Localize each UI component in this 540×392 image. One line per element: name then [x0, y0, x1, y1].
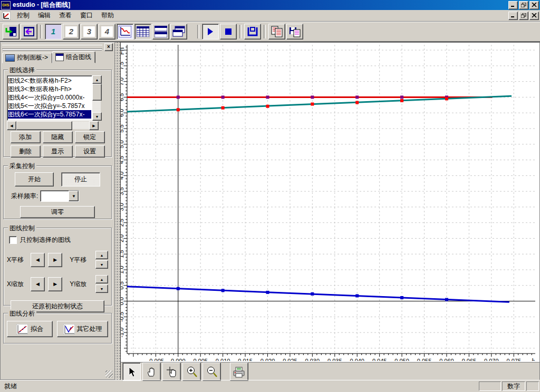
x-axis-tick-label: 0.020 — [261, 358, 275, 361]
view-3-button[interactable]: 3 — [81, 24, 98, 40]
x-pan-left-button[interactable]: ◀ — [31, 253, 45, 267]
zoom-in-tool[interactable] — [182, 362, 201, 381]
sample-rate-value — [41, 191, 69, 201]
menu-window[interactable]: 窗口 — [76, 10, 97, 21]
y-pan-down-button[interactable]: ▼ — [95, 260, 108, 269]
menu-help[interactable]: 帮助 — [97, 10, 118, 21]
curve-list-item[interactable]: 图线4<一次拟合y=0.0000x- — [8, 93, 91, 102]
minimize-button[interactable] — [508, 1, 518, 9]
hide-curve-button[interactable]: 隐藏 — [43, 131, 73, 143]
tab-combined-graph[interactable]: 组合图线 — [52, 51, 95, 63]
scroll-left-icon[interactable]: ◀ — [7, 121, 16, 130]
mdi-close-button[interactable] — [529, 12, 539, 20]
return-panel-button[interactable] — [21, 24, 37, 40]
data-points-blue — [177, 287, 180, 290]
x-axis-tick-label: 0.015 — [238, 358, 253, 361]
data-points-blue — [311, 292, 314, 296]
mdi-minimize-button[interactable] — [508, 12, 518, 20]
select-cursor-tool[interactable] — [122, 362, 141, 381]
hscroll-thumb[interactable] — [16, 121, 72, 130]
panel-tabs: 控制面板-> 组合图线 — [2, 51, 113, 63]
stop-button[interactable]: 停止 — [61, 172, 100, 187]
lock-curve-button[interactable]: 锁定 — [75, 131, 105, 143]
panel-gripper[interactable] — [2, 45, 102, 49]
add-curve-button[interactable]: 添加 — [11, 131, 41, 143]
curve-list-item[interactable]: 图线6<一次拟合y=5.7857x- — [8, 110, 91, 119]
print-tool[interactable] — [230, 362, 248, 381]
graph-view-button[interactable] — [117, 24, 133, 40]
x-axis-tick-label: 0.035 — [327, 358, 342, 361]
curve-settings-button[interactable]: 设置 — [75, 145, 105, 158]
copy-data-button[interactable] — [268, 24, 285, 40]
pan-hand-tool[interactable] — [142, 362, 161, 381]
status-mode: 数字 — [502, 381, 525, 391]
panel-splitter[interactable] — [115, 42, 120, 380]
view-1-button[interactable]: 1 — [45, 24, 62, 40]
data-points-Fh — [445, 97, 448, 100]
data-points-F2 — [311, 95, 314, 99]
data-points-F2 — [355, 95, 359, 99]
scroll-right-icon[interactable]: ▶ — [89, 121, 99, 130]
tile-horizontal-button[interactable] — [152, 24, 169, 40]
x-axis-tick-label: 0.065 — [462, 358, 477, 361]
vscroll-track[interactable] — [92, 84, 101, 112]
hscroll-track[interactable] — [16, 121, 89, 129]
save-data-button[interactable] — [244, 24, 261, 40]
chart-canvas[interactable]: -0.0050.0000.0050.0100.0150.0200.0250.03… — [121, 43, 539, 361]
fit-button[interactable]: 拟合 — [7, 321, 53, 337]
tab-control-panel[interactable]: 控制面板-> — [2, 53, 52, 63]
save-as-button[interactable] — [286, 24, 303, 40]
acquisition-group: 采集控制 开始 停止 采样频率: ▼ 调零 — [3, 165, 112, 219]
status-pane-empty — [479, 381, 501, 391]
y-pan-up-button[interactable]: ▲ — [95, 251, 108, 259]
fit-line-blue — [127, 287, 509, 302]
curve-list-item[interactable]: 图线3<:数据表格h-Fh> — [8, 85, 91, 93]
y-zoom-up-button[interactable]: ▲ — [95, 275, 108, 283]
start-button[interactable]: 开始 — [15, 172, 54, 187]
cascade-windows-button[interactable] — [170, 24, 187, 40]
restore-button[interactable] — [519, 1, 528, 9]
dropdown-arrow-icon[interactable]: ▼ — [69, 191, 79, 201]
panel-resize-grip[interactable] — [105, 370, 113, 378]
sample-rate-combobox[interactable]: ▼ — [40, 190, 79, 202]
start-record-button[interactable] — [202, 24, 219, 40]
x-axis-title: h — [532, 357, 535, 361]
x-axis-tick-label: 0.060 — [439, 358, 454, 361]
table-view-button[interactable] — [134, 24, 151, 40]
close-button[interactable] — [529, 1, 539, 9]
mdi-restore-button[interactable] — [519, 12, 528, 20]
enter-experiment-button[interactable] — [3, 24, 20, 40]
data-points-blue — [445, 298, 448, 301]
vscroll-thumb[interactable] — [92, 84, 102, 101]
menu-control[interactable]: 控制 — [13, 10, 34, 21]
toolbar-separator — [264, 25, 266, 38]
y-axis-tick-label: 4.0 — [121, 172, 124, 180]
zoom-out-tool[interactable] — [202, 362, 221, 381]
curve-list-item[interactable]: 图线5<一次拟合y=-5.7857x — [8, 102, 91, 110]
x-zoom-in-button[interactable]: ▶ — [48, 277, 62, 291]
panel-close-icon[interactable]: × — [104, 43, 113, 51]
menu-edit[interactable]: 编辑 — [34, 10, 55, 21]
show-curve-button[interactable]: 显示 — [43, 145, 73, 158]
stop-record-button[interactable] — [220, 24, 237, 40]
fit-label: 拟合 — [31, 325, 43, 334]
fit-line-teal — [127, 96, 512, 112]
scroll-down-icon[interactable]: ▼ — [92, 112, 102, 121]
x-zoom-out-button[interactable]: ◀ — [31, 277, 45, 291]
group-legend: 图线分析 — [8, 309, 36, 318]
y-zoom-down-button[interactable]: ▼ — [95, 285, 108, 293]
data-points-Fh — [355, 101, 359, 104]
view-4-button[interactable]: 4 — [99, 24, 115, 40]
zero-adjust-button[interactable]: 调零 — [20, 206, 95, 218]
y-axis-tick-label: 7.5 — [121, 62, 124, 70]
delete-curve-button[interactable]: 删除 — [11, 145, 41, 158]
curve-listbox[interactable]: 图线2<:数据表格h-F2>图线3<:数据表格h-Fh>图线4<一次拟合y=0.… — [7, 75, 92, 121]
only-selected-checkbox[interactable] — [9, 236, 17, 244]
x-pan-right-button[interactable]: ▶ — [48, 253, 62, 267]
scroll-up-icon[interactable]: ▲ — [92, 75, 102, 84]
curve-list-item[interactable]: 图线2<:数据表格h-F2> — [8, 76, 91, 85]
other-process-button[interactable]: 其它处理 — [57, 321, 108, 337]
menu-view[interactable]: 查看 — [55, 10, 76, 21]
track-point-tool[interactable] — [162, 362, 181, 381]
view-2-button[interactable]: 2 — [63, 24, 80, 40]
